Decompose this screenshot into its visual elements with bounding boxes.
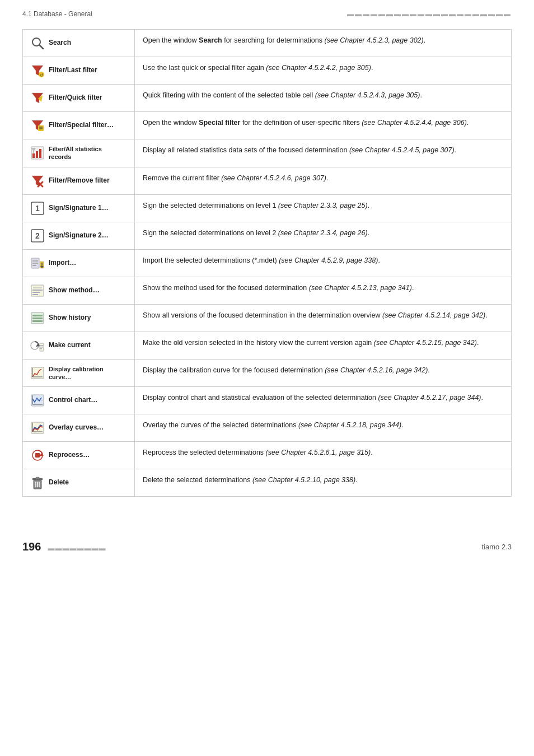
icon-cell-show-history: Show history (23, 305, 135, 332)
svg-text:1: 1 (35, 204, 40, 213)
table-row: Show history Show all versions of the fo… (23, 305, 511, 332)
svg-rect-14 (39, 149, 41, 158)
filter-remove-icon (30, 173, 45, 189)
filter-remove-label: Filter/Remove filter (49, 176, 110, 185)
import-label: Import… (49, 259, 76, 268)
svg-rect-37 (32, 318, 43, 319)
svg-rect-42 (40, 345, 43, 346)
table-row: Delete Delete the selected determination… (23, 469, 511, 496)
page-footer: 196 ▬▬▬▬▬▬▬▬ tiamo 2.3 (0, 530, 534, 563)
table-row: Overlay curves… Overlay the curves of th… (23, 414, 511, 442)
footer-dots-left: ▬▬▬▬▬▬▬▬ (48, 544, 106, 552)
filter-remove-desc: Remove the current filter (see Chapter 4… (135, 167, 511, 194)
filter-last-desc: Use the last quick or special filter aga… (135, 57, 511, 84)
delete-label: Delete (49, 478, 69, 487)
table-row: Control chart… Display control chart and… (23, 387, 511, 414)
footer-brand: tiamo 2.3 (482, 543, 512, 551)
reprocess-icon (30, 447, 45, 463)
sign2-desc: Sign the selected determinations on leve… (135, 222, 511, 249)
filter-special-icon (30, 118, 45, 133)
control-chart-icon (30, 393, 45, 408)
search-desc: Open the window Search for searching for… (135, 30, 511, 57)
control-chart-desc: Display control chart and statistical ev… (135, 387, 511, 414)
overlay-curves-desc: Overlay the curves of the selected deter… (135, 414, 511, 441)
svg-line-1 (40, 45, 44, 49)
header-decoration: ▬▬▬▬▬▬▬▬▬▬▬▬▬▬▬▬▬▬▬▬▬ (347, 10, 512, 18)
page-title: 4.1 Database - General (22, 10, 92, 18)
icon-cell-overlay-curves: Overlay curves… (23, 414, 135, 441)
svg-text:2: 2 (35, 231, 40, 240)
icon-cell-control-chart: Control chart… (23, 387, 135, 414)
sign1-label: Sign/Signature 1… (49, 204, 109, 213)
icon-cell-display-calibration: Display calibrationcurve… (23, 360, 135, 387)
icon-cell-search: Search (23, 30, 135, 57)
reference-table: Search Open the window Search for search… (22, 29, 512, 497)
table-row: ↺ Filter/Last filter Use the last quick … (23, 57, 511, 85)
overlay-curves-label: Overlay curves… (49, 423, 104, 432)
filter-quick-label: Filter/Quick filter (49, 94, 102, 102)
import-desc: Import the selected determinations (*.md… (135, 250, 511, 277)
show-method-label: Show method… (49, 286, 100, 295)
filter-quick-desc: Quick filtering with the content of the … (135, 85, 511, 111)
icon-cell-filter-special: Filter/Special filter… (23, 112, 135, 139)
icon-cell-make-current: Make current (23, 332, 135, 359)
sign2-icon: 2 (30, 228, 45, 244)
filter-all-stats-desc: Display all related statistics data sets… (135, 139, 511, 167)
make-current-desc: Make the old version selected in the his… (135, 332, 511, 359)
icon-cell-sign1: 1 Sign/Signature 1… (23, 195, 135, 222)
icon-cell-show-method: Show method… (23, 277, 135, 304)
delete-icon (30, 475, 45, 491)
table-row: Reprocess… Reprocess the selected determ… (23, 442, 511, 469)
search-icon (30, 35, 45, 51)
overlay-curves-icon (30, 420, 45, 436)
icon-cell-filter-last: ↺ Filter/Last filter (23, 57, 135, 84)
svg-rect-43 (40, 347, 43, 348)
table-row: Filter/Special filter… Open the window S… (23, 112, 511, 139)
filter-all-stats-label: Filter/All statisticsrecords (49, 145, 102, 161)
svg-rect-33 (32, 292, 40, 293)
icon-cell-sign2: 2 Sign/Signature 2… (23, 222, 135, 249)
icon-cell-reprocess: Reprocess… (23, 442, 135, 469)
sign1-desc: Sign the selected determinations on leve… (135, 195, 511, 222)
table-row: Filter/All statisticsrecords Display all… (23, 139, 511, 167)
search-label: Search (49, 39, 71, 48)
show-history-desc: Show all versions of the focused determi… (135, 305, 511, 332)
import-icon (30, 255, 45, 271)
icon-cell-import: Import… (23, 250, 135, 277)
table-row: Search Open the window Search for search… (23, 30, 511, 57)
table-row: Display calibrationcurve… Display the ca… (23, 360, 511, 388)
page-number: 196 (22, 540, 41, 553)
svg-rect-13 (36, 151, 38, 158)
svg-rect-44 (40, 348, 42, 349)
icon-cell-filter-quick: Filter/Quick filter (23, 85, 135, 111)
icon-cell-filter-remove: Filter/Remove filter (23, 167, 135, 194)
svg-text:↺: ↺ (40, 73, 44, 78)
control-chart-label: Control chart… (49, 396, 97, 405)
svg-rect-38 (32, 320, 43, 322)
filter-quick-icon (30, 90, 45, 106)
filter-special-label: Filter/Special filter… (49, 121, 114, 130)
reprocess-desc: Reprocess the selected determinations (s… (135, 442, 511, 469)
table-row: 2 Sign/Signature 2… Sign the selected de… (23, 222, 511, 250)
icon-cell-delete: Delete (23, 469, 135, 496)
sign2-label: Sign/Signature 2… (49, 231, 109, 240)
svg-rect-32 (32, 290, 43, 291)
display-calibration-desc: Display the calibration curve for the fo… (135, 360, 511, 387)
svg-rect-60 (36, 477, 39, 479)
page-header: 4.1 Database - General ▬▬▬▬▬▬▬▬▬▬▬▬▬▬▬▬▬… (0, 0, 534, 24)
svg-rect-8 (38, 125, 44, 131)
svg-rect-36 (32, 315, 43, 316)
table-row: Filter/Quick filter Quick filtering with… (23, 85, 511, 112)
display-calibration-label: Display calibrationcurve… (49, 365, 104, 381)
show-method-icon (30, 283, 45, 298)
display-calibration-icon (30, 365, 45, 381)
filter-special-desc: Open the window Special filter for the d… (135, 112, 511, 139)
sign1-icon: 1 (30, 200, 45, 216)
make-current-icon (30, 338, 45, 353)
show-history-icon (30, 310, 45, 326)
icon-cell-filter-all-stats: Filter/All statisticsrecords (23, 139, 135, 167)
table-row: Import… Import the selected determinatio… (23, 250, 511, 277)
svg-rect-12 (32, 153, 35, 158)
show-method-desc: Show the method used for the focused det… (135, 277, 511, 304)
show-history-label: Show history (49, 314, 91, 323)
